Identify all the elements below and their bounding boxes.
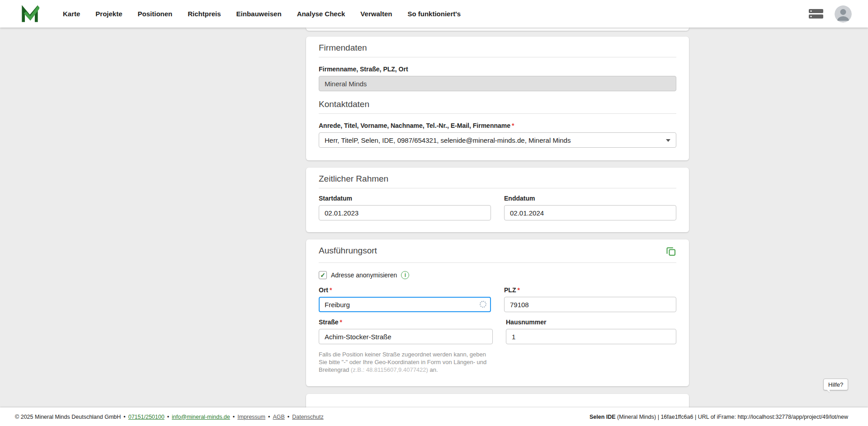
email-link[interactable]: info@mineral-minds.de bbox=[172, 414, 230, 420]
strasse-hint: Falls die Position keiner Straße zugeord… bbox=[319, 351, 493, 374]
datenschutz-link[interactable]: Datenschutz bbox=[292, 414, 323, 420]
main-content-area: Firmendaten Firmenname, Straße, PLZ, Ort… bbox=[0, 28, 868, 407]
hausnummer-label: Hausnummer bbox=[506, 318, 676, 326]
footer-left: © 2025 Mineral Minds Deutschland GmbH • … bbox=[15, 414, 324, 420]
nav-item-positionen[interactable]: Positionen bbox=[138, 10, 173, 18]
strasse-label: Straße* bbox=[319, 318, 493, 326]
separator-dot: • bbox=[288, 414, 289, 420]
zeitraum-header: Zeitlicher Rahmen bbox=[319, 174, 676, 188]
copyright-text: © 2025 Mineral Minds Deutschland GmbH bbox=[15, 414, 121, 420]
startdatum-label: Startdatum bbox=[319, 195, 491, 202]
anonymize-checkbox[interactable]: ✓ bbox=[319, 271, 327, 279]
anonymize-row: ✓ Adresse anonymisieren i bbox=[319, 271, 676, 279]
enddatum-input[interactable] bbox=[504, 205, 676, 220]
plz-label: PLZ* bbox=[504, 286, 676, 294]
section-title-firmendaten: Firmendaten bbox=[319, 43, 367, 53]
mineral-minds-logo[interactable] bbox=[20, 5, 39, 23]
strasse-field: Straße* Falls die Position keiner Straße… bbox=[319, 318, 493, 374]
firma-label: Firmenname, Straße, PLZ, Ort bbox=[319, 66, 676, 73]
hint-coordinates: (z.B.: 48.8115607,9.4077422) bbox=[351, 366, 428, 373]
info-icon[interactable]: i bbox=[401, 271, 409, 279]
person-icon bbox=[835, 5, 852, 23]
firmendaten-header: Firmendaten bbox=[319, 43, 676, 57]
card-zeitlicher-rahmen: Zeitlicher Rahmen Startdatum Enddatum bbox=[306, 168, 689, 232]
hausnummer-input[interactable] bbox=[506, 329, 676, 344]
required-marker: * bbox=[340, 318, 342, 326]
ide-name: Selen IDE bbox=[590, 414, 616, 420]
info-icon-glyph: i bbox=[405, 272, 406, 278]
chevron-down-icon bbox=[666, 139, 670, 142]
nav-item-projekte[interactable]: Projekte bbox=[95, 10, 122, 18]
kontakt-select-value: Herr, TitelP, Selen, IDE, 0987/654321, s… bbox=[325, 136, 571, 144]
nav-item-einbauweisen[interactable]: Einbauweisen bbox=[236, 10, 282, 18]
logo-m-icon bbox=[20, 5, 39, 23]
ort-field: Ort* bbox=[319, 286, 491, 312]
enddatum-label: Enddatum bbox=[504, 195, 676, 202]
help-button[interactable]: Hilfe? bbox=[823, 379, 848, 390]
card-ausfuehrungsort: Ausführungsort ✓ Adresse anonymisieren i bbox=[306, 239, 689, 386]
copy-icon[interactable] bbox=[665, 246, 676, 258]
ort-label-text: Ort bbox=[319, 286, 328, 294]
footer-debug-info: Selen IDE (Mineral Minds) | 16fae1ffc6a6… bbox=[590, 414, 848, 420]
card-fragment-top bbox=[306, 28, 689, 31]
agb-link[interactable]: AGB bbox=[273, 414, 284, 420]
ort-input[interactable] bbox=[319, 297, 491, 312]
kontaktdaten-header: Kontaktdaten bbox=[319, 99, 676, 114]
required-marker: * bbox=[330, 286, 332, 294]
ausfuehrungsort-header: Ausführungsort bbox=[319, 246, 676, 263]
separator-dot: • bbox=[123, 414, 125, 420]
main-nav: Karte Projekte Positionen Richtpreis Ein… bbox=[63, 10, 461, 18]
strasse-hausnummer-grid: Straße* Falls die Position keiner Straße… bbox=[319, 318, 676, 374]
separator-dot: • bbox=[233, 414, 235, 420]
zeitraum-grid: Startdatum Enddatum bbox=[319, 195, 676, 220]
hint-suffix: an. bbox=[428, 366, 438, 373]
nav-item-richtpreis[interactable]: Richtpreis bbox=[188, 10, 221, 18]
kontakt-select[interactable]: Herr, TitelP, Selen, IDE, 0987/654321, s… bbox=[319, 132, 676, 148]
card-firmendaten: Firmendaten Firmenname, Straße, PLZ, Ort… bbox=[306, 37, 689, 160]
section-title-kontaktdaten: Kontaktdaten bbox=[319, 99, 369, 109]
plz-label-text: PLZ bbox=[504, 286, 516, 294]
check-icon: ✓ bbox=[320, 272, 326, 278]
user-avatar[interactable] bbox=[835, 5, 852, 23]
anonymize-label[interactable]: Adresse anonymisieren bbox=[331, 272, 397, 279]
startdatum-field: Startdatum bbox=[319, 195, 491, 220]
strasse-label-text: Straße bbox=[319, 318, 339, 326]
separator-dot: • bbox=[268, 414, 270, 420]
enddatum-field: Enddatum bbox=[504, 195, 676, 220]
server-icon[interactable] bbox=[808, 8, 824, 20]
ort-label: Ort* bbox=[319, 286, 491, 294]
section-title-ausfuehrungsort: Ausführungsort bbox=[319, 246, 377, 256]
top-navigation-bar: Karte Projekte Positionen Richtpreis Ein… bbox=[0, 0, 868, 28]
form-column: Firmendaten Firmenname, Straße, PLZ, Ort… bbox=[306, 28, 689, 407]
header-actions bbox=[808, 5, 852, 23]
ide-details: (Mineral Minds) | 16fae1ffc6a6 | URL of … bbox=[616, 414, 848, 420]
impressum-link[interactable]: Impressum bbox=[237, 414, 265, 420]
section-title-zeitraum: Zeitlicher Rahmen bbox=[319, 174, 388, 184]
nav-item-so-funktionierts[interactable]: So funktioniert's bbox=[407, 10, 461, 18]
hausnummer-field: Hausnummer bbox=[506, 318, 676, 344]
nav-item-analyse-check[interactable]: Analyse Check bbox=[297, 10, 345, 18]
nav-item-verwalten[interactable]: Verwalten bbox=[360, 10, 392, 18]
ort-input-wrap bbox=[319, 297, 491, 312]
separator-dot: • bbox=[167, 414, 169, 420]
phone-link[interactable]: 07151/250100 bbox=[128, 414, 165, 420]
required-marker: * bbox=[512, 122, 514, 129]
ort-plz-grid: Ort* PLZ* bbox=[319, 286, 676, 312]
nav-item-karte[interactable]: Karte bbox=[63, 10, 80, 18]
startdatum-input[interactable] bbox=[319, 205, 491, 220]
footer: © 2025 Mineral Minds Deutschland GmbH • … bbox=[0, 407, 868, 426]
kontakt-label: Anrede, Titel, Vorname, Nachname, Tel.-N… bbox=[319, 122, 676, 129]
kontakt-label-text: Anrede, Titel, Vorname, Nachname, Tel.-N… bbox=[319, 122, 510, 129]
required-marker: * bbox=[517, 286, 519, 294]
plz-input[interactable] bbox=[504, 297, 676, 312]
plz-field: PLZ* bbox=[504, 286, 676, 312]
card-fragment-bottom bbox=[306, 394, 689, 407]
strasse-input[interactable] bbox=[319, 329, 493, 344]
firmenname-input bbox=[319, 76, 676, 91]
loading-spinner-icon bbox=[480, 301, 486, 308]
